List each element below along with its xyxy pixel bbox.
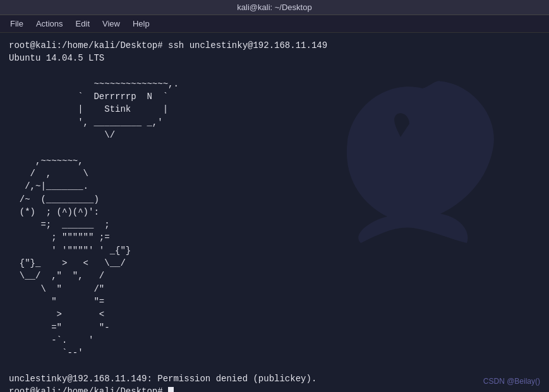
- menu-edit[interactable]: Edit: [69, 18, 96, 30]
- ubuntu-version-line: Ubuntu 14.04.5 LTS: [9, 52, 540, 64]
- menu-bar: File Actions Edit View Help: [0, 15, 549, 33]
- prompt-line: root@kali:/home/kali/Desktop#: [9, 385, 540, 392]
- menu-file[interactable]: File: [4, 18, 30, 30]
- watermark-text: CSDN @Beilay(): [483, 376, 540, 387]
- menu-view[interactable]: View: [96, 18, 126, 30]
- title-text: kali@kali: ~/Desktop: [237, 3, 311, 12]
- ssh-command-line: root@kali:/home/kali/Desktop# ssh uncles…: [9, 39, 540, 52]
- blank-line-2: [9, 359, 540, 372]
- title-bar: kali@kali: ~/Desktop: [0, 0, 549, 15]
- ascii-art-block: ~~~~~~~~~~~~~~,. ` Derrrrrp N ` | Stink …: [9, 78, 540, 360]
- terminal-body[interactable]: root@kali:/home/kali/Desktop# ssh uncles…: [0, 33, 549, 392]
- blank-line-1: [9, 65, 540, 78]
- permission-denied-line: unclestinky@192.168.11.149: Permission d…: [9, 372, 540, 385]
- menu-actions[interactable]: Actions: [30, 18, 69, 30]
- menu-help[interactable]: Help: [126, 18, 156, 30]
- cursor-block: [168, 387, 174, 392]
